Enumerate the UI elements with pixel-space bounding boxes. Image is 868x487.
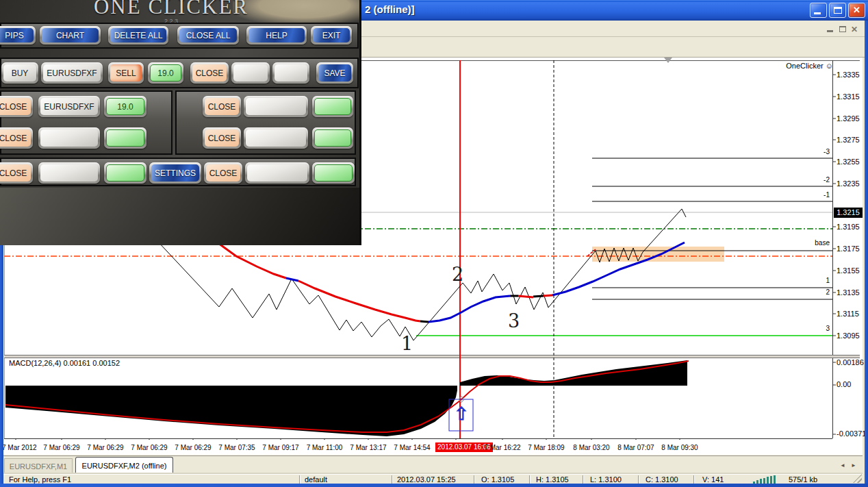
time-label: 7 Mar 07:35 bbox=[215, 444, 259, 451]
tab-scroll-left-icon[interactable]: ◄ bbox=[840, 462, 845, 469]
price-label: 1.3155 bbox=[837, 266, 860, 275]
status-time: 2012.03.07 15:25 bbox=[397, 475, 456, 484]
blank-field[interactable] bbox=[244, 127, 308, 149]
close-position-button[interactable]: CLOSE bbox=[0, 127, 33, 149]
panel-row-2: BUY EURUSDFXF SELL 19.0 CLOSE SAVE bbox=[0, 58, 359, 88]
blank-field[interactable] bbox=[38, 127, 100, 149]
price-label: 1.3135 bbox=[837, 288, 860, 297]
time-label: 7 Mar 06:29 bbox=[84, 444, 127, 451]
time-label: 8 Mar 03:20 bbox=[570, 444, 613, 451]
status-bar: For Help, press F1 default 2012.03.07 15… bbox=[3, 474, 863, 484]
price-label: 1.3195 bbox=[837, 223, 860, 231]
time-label: 7 Mar 16:22 bbox=[481, 444, 524, 451]
mt4-window: 2 (offline)] ✕ ✕ ▾ ▾ ▾ E bbox=[0, 0, 868, 487]
oneclicker-panel: ONE CLICKER 2.2.3 PIPS CHART DELETE ALL … bbox=[0, 0, 361, 245]
price-label: 1.3315 bbox=[837, 92, 860, 101]
window-border-left bbox=[0, 245, 3, 484]
panel-title: ONE CLICKER bbox=[75, 0, 267, 19]
save-button[interactable]: SAVE bbox=[316, 62, 353, 84]
status-open: O: 1.3105 bbox=[481, 475, 514, 484]
wave-label-3: 3 bbox=[508, 310, 520, 332]
time-label: 8 Mar 09:30 bbox=[658, 444, 702, 451]
close-position-button[interactable]: CLOSE bbox=[204, 162, 242, 184]
price-label: 1.3175 bbox=[837, 245, 860, 253]
level-label-base: base bbox=[791, 239, 830, 247]
tab-eurusdfxf-m2-offline[interactable]: EURUSDFXF,M2 (offline) bbox=[75, 457, 173, 475]
price-label: 1.3095 bbox=[837, 332, 860, 340]
level-label-3: 3 bbox=[791, 325, 830, 332]
close-order-button[interactable]: CLOSE bbox=[190, 62, 229, 84]
price-label: 1.3235 bbox=[837, 179, 860, 188]
status-high: H: 1.3105 bbox=[536, 475, 569, 484]
child-restore-icon[interactable] bbox=[839, 26, 846, 32]
help-button[interactable]: HELP bbox=[246, 26, 307, 45]
time-label: 7 Mar 13:17 bbox=[346, 444, 390, 451]
time-label: 7 Mar 18:09 bbox=[524, 444, 568, 451]
sell-button[interactable]: SELL bbox=[108, 62, 144, 84]
macd-scale-bottom: -0.00371 bbox=[837, 429, 866, 438]
time-axis: 7 Mar 2012 7 Mar 06:29 7 Mar 06:29 7 Mar… bbox=[3, 440, 863, 455]
window-title: 2 (offline)] bbox=[365, 3, 415, 15]
symbol-field[interactable]: EURUSDFXF bbox=[41, 62, 103, 84]
time-label: 8 Mar 07:07 bbox=[614, 444, 658, 451]
blank-field[interactable] bbox=[245, 162, 309, 184]
panel-row-1: PIPS CHART DELETE ALL CLOSE ALL HELP EXI… bbox=[0, 23, 359, 49]
blank-field[interactable] bbox=[231, 62, 270, 84]
close-position-button[interactable]: CLOSE bbox=[0, 162, 33, 184]
lots-field[interactable]: 19.0 bbox=[148, 62, 183, 84]
close-button[interactable]: ✕ bbox=[848, 3, 865, 18]
oneclicker-watermark: OneClicker ☺ bbox=[765, 62, 833, 70]
level-label-minus2: -2 bbox=[791, 176, 830, 184]
level-label-1: 1 bbox=[791, 277, 830, 284]
panel-group-left: CLOSE EURUSDFXF 19.0 CLOSE bbox=[0, 90, 173, 155]
status-volume: V: 141 bbox=[702, 475, 724, 484]
minimize-icon bbox=[814, 12, 821, 14]
settings-button[interactable]: SETTINGS bbox=[149, 162, 201, 184]
close-position-button[interactable]: CLOSE bbox=[203, 96, 241, 117]
close-position-button[interactable]: CLOSE bbox=[0, 96, 33, 117]
restore-icon bbox=[834, 7, 842, 14]
blank-field[interactable] bbox=[244, 96, 308, 117]
restore-button[interactable] bbox=[829, 3, 846, 18]
lots-field[interactable]: 19.0 bbox=[104, 96, 146, 117]
status-template: default bbox=[305, 475, 327, 484]
green-indicator-button[interactable] bbox=[104, 127, 146, 149]
tab-eurusdfxf-m1[interactable]: EURUSDFXF,M1 bbox=[4, 458, 73, 475]
time-label: 7 Mar 11:00 bbox=[303, 444, 346, 451]
wave-label-2: 2 bbox=[452, 264, 463, 285]
delete-all-button[interactable]: DELETE ALL bbox=[108, 26, 168, 45]
tab-scroll-right-icon[interactable]: ► bbox=[851, 462, 856, 469]
level-label-minus1: -1 bbox=[791, 191, 830, 199]
blank-field[interactable] bbox=[272, 62, 309, 84]
exit-button[interactable]: EXIT bbox=[311, 26, 352, 45]
level-label-minus3: -3 bbox=[791, 148, 830, 155]
green-indicator-button[interactable] bbox=[312, 162, 355, 184]
symbol-field[interactable]: EURUSDFXF bbox=[38, 96, 100, 117]
minimize-button[interactable] bbox=[810, 3, 827, 18]
panel-row-5: CLOSE SETTINGS CLOSE bbox=[0, 158, 356, 186]
time-label: 7 Mar 06:29 bbox=[40, 444, 84, 451]
window-border-right bbox=[865, 21, 868, 487]
resize-grip[interactable] bbox=[853, 474, 862, 483]
pips-button[interactable]: PIPS bbox=[0, 26, 36, 45]
chart-button[interactable]: CHART bbox=[40, 26, 101, 45]
status-traffic: 575/1 kb bbox=[789, 475, 817, 484]
panel-footer-area bbox=[0, 188, 361, 245]
close-position-button[interactable]: CLOSE bbox=[203, 127, 241, 149]
price-label: 1.3335 bbox=[837, 71, 860, 79]
green-indicator-button[interactable] bbox=[312, 127, 353, 149]
blank-field[interactable] bbox=[38, 162, 100, 184]
price-label: 1.3275 bbox=[837, 136, 860, 144]
panel-group-right: CLOSE CLOSE bbox=[175, 90, 356, 155]
child-minimize-icon[interactable] bbox=[827, 30, 833, 32]
macd-scale-top: 0.00186 bbox=[837, 358, 864, 366]
price-label: 1.3295 bbox=[837, 114, 860, 123]
up-arrow-object-icon[interactable]: ⇧ bbox=[454, 403, 469, 425]
close-all-button[interactable]: CLOSE ALL bbox=[177, 26, 239, 45]
buy-button[interactable]: BUY bbox=[1, 62, 38, 84]
green-indicator-button[interactable] bbox=[104, 162, 146, 184]
green-indicator-button[interactable] bbox=[312, 96, 353, 117]
time-label: 7 Mar 06:29 bbox=[171, 444, 215, 451]
window-border-bottom bbox=[0, 484, 868, 487]
child-close-icon[interactable]: ✕ bbox=[851, 25, 858, 34]
